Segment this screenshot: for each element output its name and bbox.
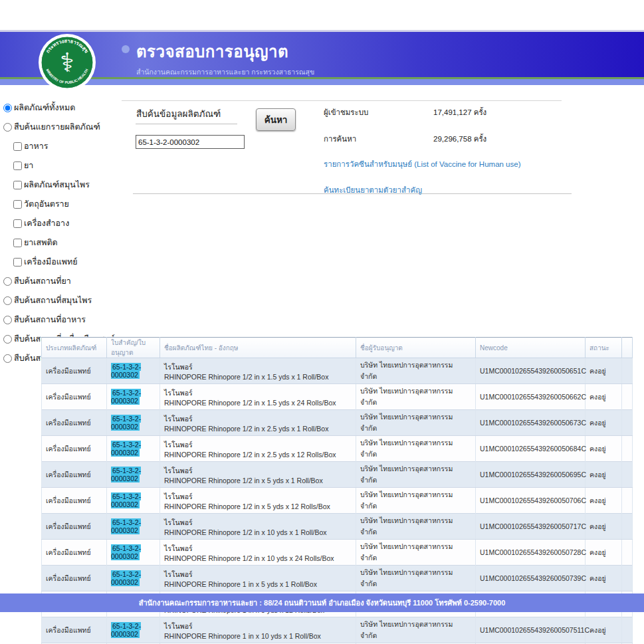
radio-input[interactable] — [3, 277, 12, 286]
checkbox-input[interactable] — [13, 181, 22, 189]
search-input[interactable] — [136, 135, 245, 149]
sidebar-item[interactable]: สืบค้นสถานที่สมุนไพร — [3, 294, 122, 307]
license-number-highlight[interactable]: 65-1-3-2-0000302 — [111, 622, 141, 638]
text-link[interactable]: ค้นทะเบียนยาตามตัวยาสำคัญ — [324, 184, 603, 196]
table-row: เครื่องมือแพทย์65-1-3-2-0000302ไรโนพอร์R… — [42, 358, 633, 384]
sidebar-item-label: สืบค้นสถานที่ยา — [14, 274, 71, 288]
license-cell[interactable]: 65-1-3-2-0000302 — [107, 462, 160, 488]
status-cell: คงอยู่ — [586, 358, 622, 384]
license-cell[interactable]: 65-1-3-2-0000302 — [107, 540, 160, 566]
product-type-cell: เครื่องมือแพทย์ — [42, 410, 107, 436]
header-banner: กระทรวงสาธารณสุข MINISTRY OF PUBLIC HEAL… — [0, 30, 644, 85]
spacer-cell — [622, 540, 633, 566]
license-cell[interactable]: 65-1-3-2-0000302 — [107, 358, 160, 384]
license-cell[interactable]: 65-1-3-2-0000302 — [107, 617, 160, 643]
newcode-cell: U1MC000102655439260050673C — [476, 410, 586, 436]
license-number-highlight[interactable]: 65-1-3-2-0000302 — [111, 363, 141, 379]
sidebar-item[interactable]: วัตถุอันตราย — [3, 197, 122, 211]
product-type-cell: เครื่องมือแพทย์ — [42, 436, 107, 462]
company-cell: บริษัท ไทยเทปการอุตสาหกรรม จำกัด — [356, 384, 476, 410]
table-row: เครื่องมือแพทย์65-1-3-2-0000302ไรโนพอร์R… — [42, 540, 633, 566]
table-row: เครื่องมือแพทย์65-1-3-2-0000302ไรโนพอร์R… — [42, 436, 633, 462]
radio-input[interactable] — [3, 104, 12, 112]
status-cell: คงอยู่ — [586, 384, 622, 410]
checkbox-input[interactable] — [13, 239, 22, 247]
product-name-english: RHINOPORE Rhinopore 1/2 in x 5 yds x 12 … — [164, 502, 352, 510]
checkbox-input[interactable] — [13, 219, 22, 228]
license-cell[interactable]: 65-1-3-2-0000302 — [107, 488, 160, 514]
company-cell: บริษัท ไทยเทปการอุตสาหกรรม จำกัด — [356, 514, 476, 540]
spacer-cell — [622, 617, 633, 643]
sidebar-item[interactable]: ผลิตภัณฑ์สมุนไพร — [3, 178, 122, 191]
newcode-cell: U1MC000102655439260050695C — [476, 462, 586, 488]
product-name-thai: ไรโนพอร์ — [164, 517, 352, 528]
sidebar-item[interactable]: เครื่องมือแพทย์ — [3, 255, 122, 268]
company-cell: บริษัท ไทยเทปการอุตสาหกรรม จำกัด — [356, 617, 476, 643]
search-button[interactable]: ค้นหา — [256, 108, 296, 131]
checkbox-input[interactable] — [13, 258, 22, 267]
license-cell[interactable]: 65-1-3-2-0000302 — [107, 410, 160, 436]
table-row: เครื่องมือแพทย์65-1-3-2-0000302ไรโนพอร์R… — [42, 566, 633, 591]
header-light-strip — [0, 79, 644, 85]
company-cell: บริษัท ไทยเทปการอุตสาหกรรม จำกัด — [356, 488, 476, 514]
product-name-cell: ไรโนพอร์RHINOPORE Rhinopore 1/2 in x 10 … — [160, 540, 356, 566]
product-type-cell: เครื่องมือแพทย์ — [42, 384, 107, 410]
text-link[interactable]: รายการวัคซีนสำหรับมนุษย์ (List of Vaccin… — [324, 158, 603, 170]
sidebar-item[interactable]: ผลิตภัณฑ์ทั้งหมด — [3, 101, 122, 114]
license-cell[interactable]: 65-1-3-2-0000302 — [107, 514, 160, 540]
sidebar-item[interactable]: สืบค้นสถานที่ยา — [3, 274, 122, 288]
newcode-cell: U1MC000102655439260050684C — [476, 436, 586, 462]
license-number-highlight[interactable]: 65-1-3-2-0000302 — [111, 518, 141, 534]
license-number-highlight[interactable]: 65-1-3-2-0000302 — [111, 570, 141, 586]
page-subtitle: สำนักงานคณะกรรมการอาหารและยา กระทรวงสาธา… — [136, 66, 314, 78]
product-name-english: RHINOPORE Rhinopore 1/2 in x 10 yds x 24… — [164, 554, 352, 562]
sidebar-item[interactable]: สืบค้นสถานที่อาหาร — [3, 313, 122, 326]
stat-value: 17,491,127 ครั้ง — [433, 106, 486, 118]
product-name-cell: ไรโนพอร์RHINOPORE Rhinopore 1 in x 10 yd… — [160, 617, 356, 643]
sidebar-item[interactable]: สืบค้นแยกรายผลิตภัณฑ์ — [3, 120, 122, 134]
company-cell: บริษัท ไทยเทปการอุตสาหกรรม จำกัด — [356, 566, 476, 591]
radio-input[interactable] — [3, 316, 12, 324]
spacer-cell — [622, 488, 633, 514]
license-cell[interactable]: 65-1-3-2-0000302 — [107, 566, 160, 591]
sidebar-item[interactable]: ยา — [3, 159, 122, 172]
product-name-english: RHINOPORE Rhinopore 1 in x 10 yds x 1 Ro… — [164, 632, 352, 640]
table-row: เครื่องมือแพทย์65-1-3-2-0000302ไรโนพอร์R… — [42, 462, 633, 488]
radio-input[interactable] — [3, 123, 12, 132]
sidebar-item-label: ยา — [24, 159, 33, 172]
sidebar-item[interactable]: เครื่องสำอาง — [3, 217, 122, 230]
checkbox-input[interactable] — [13, 200, 22, 209]
license-cell[interactable]: 65-1-3-2-0000302 — [107, 384, 160, 410]
license-number-highlight[interactable]: 65-1-3-2-0000302 — [111, 415, 141, 431]
sidebar-item[interactable]: ยาเสพติด — [3, 236, 122, 249]
product-name-thai: ไรโนพอร์ — [164, 387, 352, 399]
checkbox-input[interactable] — [13, 161, 22, 170]
product-type-cell: เครื่องมือแพทย์ — [42, 514, 107, 540]
page: กระทรวงสาธารณสุข MINISTRY OF PUBLIC HEAL… — [0, 0, 644, 644]
license-number-highlight[interactable]: 65-1-3-2-0000302 — [111, 441, 141, 457]
license-number-highlight[interactable]: 65-1-3-2-0000302 — [111, 467, 141, 483]
product-name-cell: ไรโนพอร์RHINOPORE Rhinopore 1/2 in x 5 y… — [160, 462, 356, 488]
radio-input[interactable] — [3, 354, 12, 363]
product-name-cell: ไรโนพอร์RHINOPORE Rhinopore 1/2 in x 1.5… — [160, 384, 356, 410]
license-number-highlight[interactable]: 65-1-3-2-0000302 — [111, 544, 141, 560]
footer-bar: สำนักงานคณะกรรมการอาหารและยา : 88/24 ถนน… — [0, 593, 644, 612]
license-number-highlight[interactable]: 65-1-3-2-0000302 — [111, 389, 141, 405]
table-header-row: ประเภทผลิตภัณฑ์ใบสำคัญ/ใบอนุญาตชื่อผลิตภ… — [42, 338, 633, 358]
spacer-cell — [622, 514, 633, 540]
sidebar-item[interactable]: อาหาร — [3, 140, 122, 153]
table-row: เครื่องมือแพทย์65-1-3-2-0000302ไรโนพอร์R… — [42, 488, 633, 514]
search-section-label: สืบค้นข้อมูลผลิตภัณฑ์ — [136, 106, 221, 121]
radio-input[interactable] — [3, 296, 12, 305]
radio-input[interactable] — [3, 335, 12, 344]
newcode-cell: U1MC000102655439260050739C — [476, 566, 586, 591]
license-number-highlight[interactable]: 65-1-3-2-0000302 — [111, 492, 141, 508]
product-type-cell: เครื่องมือแพทย์ — [42, 566, 107, 591]
checkbox-input[interactable] — [13, 142, 22, 151]
sidebar: ผลิตภัณฑ์ทั้งหมดสืบค้นแยกรายผลิตภัณฑ์อาห… — [3, 101, 122, 371]
spacer-cell — [622, 462, 633, 488]
license-cell[interactable]: 65-1-3-2-0000302 — [107, 436, 160, 462]
product-name-cell: ไรโนพอร์RHINOPORE Rhinopore 1/2 in x 2.5… — [160, 436, 356, 462]
spacer-cell — [622, 384, 633, 410]
table-row: เครื่องมือแพทย์65-1-3-2-0000302ไรโนพอร์R… — [42, 617, 633, 643]
